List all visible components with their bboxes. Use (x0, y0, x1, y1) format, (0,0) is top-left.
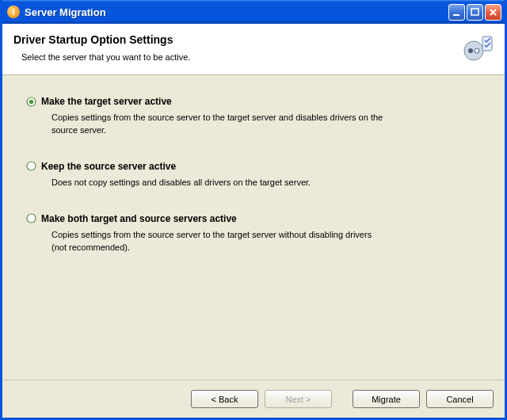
page-title: Driver Startup Option Settings (13, 33, 457, 46)
minimize-button[interactable] (448, 4, 465, 21)
svg-point-4 (475, 48, 479, 53)
page-subtitle: Select the server that you want to be ac… (21, 52, 457, 62)
window: i Server Migration Driver Startup Option… (0, 0, 507, 420)
radio-label: Make both target and source servers acti… (41, 213, 237, 224)
migrate-button[interactable]: Migrate (353, 390, 420, 408)
option-source-active: Keep the source server active Does not c… (26, 161, 481, 189)
settings-icon (463, 33, 494, 63)
button-spacer (338, 390, 346, 408)
svg-point-9 (27, 214, 36, 223)
back-button[interactable]: < Back (191, 390, 258, 408)
svg-point-2 (464, 41, 483, 60)
titlebar-controls (448, 4, 501, 21)
cancel-button[interactable]: Cancel (426, 390, 494, 408)
radio-row[interactable]: Make the target server active (26, 96, 481, 107)
radio-description: Copies settings from the source server t… (51, 112, 384, 137)
svg-rect-0 (453, 14, 459, 16)
wizard-header: Driver Startup Option Settings Select th… (2, 24, 505, 75)
app-icon: i (7, 6, 20, 18)
svg-point-7 (29, 99, 34, 104)
option-both-active: Make both target and source servers acti… (26, 213, 481, 254)
svg-rect-1 (471, 9, 478, 15)
radio-icon[interactable] (26, 161, 36, 171)
titlebar[interactable]: i Server Migration (2, 0, 505, 24)
wizard-footer: < Back Next > Migrate Cancel (2, 380, 505, 418)
maximize-button[interactable] (467, 4, 483, 21)
radio-label: Make the target server active (41, 96, 172, 107)
svg-point-8 (27, 162, 36, 170)
window-title: Server Migration (25, 6, 448, 18)
server-option-group: Make the target server active Copies set… (26, 96, 481, 254)
radio-row[interactable]: Make both target and source servers acti… (26, 213, 481, 224)
next-button[interactable]: Next > (265, 390, 332, 408)
wizard-content: Make the target server active Copies set… (2, 75, 505, 380)
radio-label: Keep the source server active (41, 161, 176, 172)
radio-row[interactable]: Keep the source server active (26, 161, 481, 172)
radio-description: Does not copy settings and disables all … (51, 177, 384, 189)
radio-icon[interactable] (26, 213, 36, 223)
radio-icon[interactable] (26, 97, 36, 107)
option-target-active: Make the target server active Copies set… (26, 96, 481, 137)
close-button[interactable] (485, 4, 501, 21)
header-text: Driver Startup Option Settings Select th… (13, 33, 457, 62)
svg-point-3 (468, 48, 473, 53)
radio-description: Copies settings from the source server t… (51, 229, 384, 254)
